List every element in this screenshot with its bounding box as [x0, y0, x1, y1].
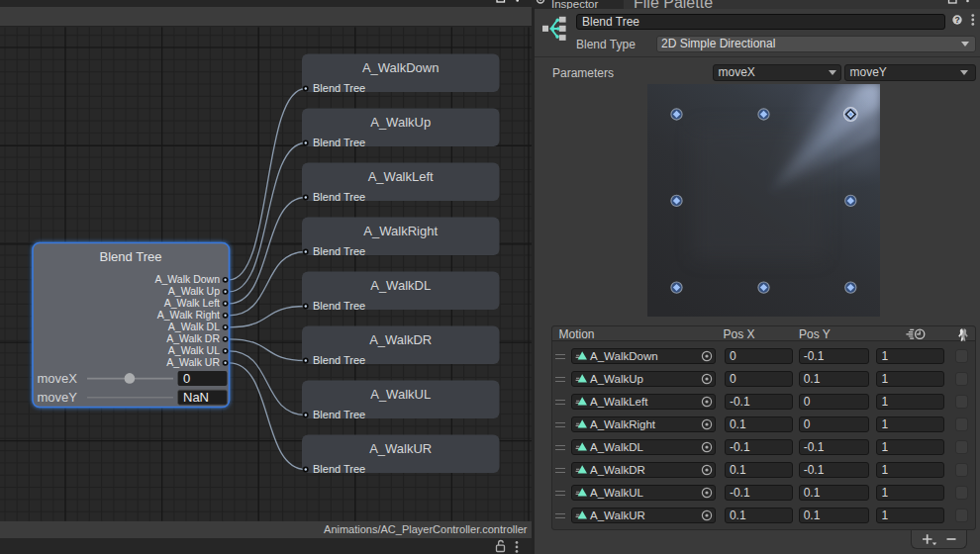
svg-text:Blend Tree: Blend Tree — [313, 82, 365, 94]
svg-text:A_Walk Left: A_Walk Left — [164, 297, 220, 309]
svg-text:A_Walk UL: A_Walk UL — [168, 344, 220, 356]
svg-text:Blend Tree: Blend Tree — [313, 137, 365, 148]
svg-text:moveX: moveX — [38, 371, 78, 386]
svg-text:A_WalkLeft: A_WalkLeft — [368, 169, 434, 184]
svg-text:Blend Tree: Blend Tree — [313, 245, 365, 257]
svg-text:A_Walk UR: A_Walk UR — [166, 356, 220, 368]
svg-text:Blend Tree: Blend Tree — [313, 300, 365, 312]
svg-text:Blend Tree: Blend Tree — [313, 354, 365, 366]
svg-text:A_Walk DL: A_Walk DL — [168, 321, 220, 332]
svg-text:NaN: NaN — [183, 390, 209, 405]
svg-text:moveY: moveY — [38, 390, 78, 405]
svg-text:A_WalkUp: A_WalkUp — [370, 115, 431, 130]
svg-text:A_Walk DR: A_Walk DR — [166, 332, 220, 344]
svg-text:Blend Tree: Blend Tree — [313, 409, 365, 420]
svg-text:A_WalkUL: A_WalkUL — [370, 387, 431, 402]
svg-text:A_Walk Up: A_Walk Up — [168, 285, 220, 297]
svg-text:A_WalkUR: A_WalkUR — [369, 441, 432, 456]
svg-text:A_WalkDR: A_WalkDR — [369, 332, 432, 347]
svg-text:A_WalkDown: A_WalkDown — [362, 60, 440, 75]
svg-text:A_WalkDL: A_WalkDL — [370, 278, 431, 293]
svg-text:A_WalkRight: A_WalkRight — [363, 224, 438, 238]
svg-text:A_Walk Right: A_Walk Right — [157, 309, 220, 321]
svg-text:Blend Tree: Blend Tree — [100, 249, 162, 264]
svg-text:Blend Tree: Blend Tree — [313, 463, 365, 475]
svg-text:?: ? — [954, 15, 959, 25]
svg-text:Blend Tree: Blend Tree — [313, 191, 365, 203]
svg-text:A_Walk Down: A_Walk Down — [154, 273, 220, 285]
svg-text:0: 0 — [183, 371, 190, 386]
